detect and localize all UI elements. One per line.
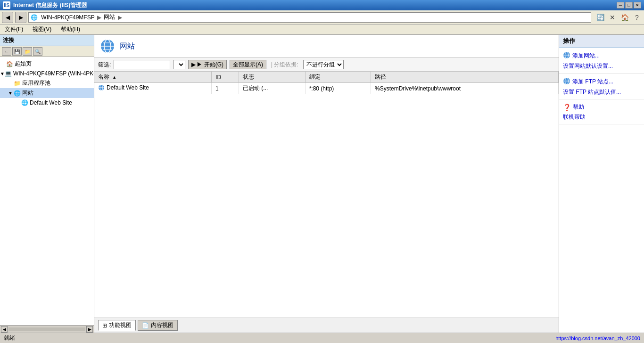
tree-toggle-default xyxy=(15,100,21,106)
home-button[interactable]: 🏠 xyxy=(619,12,630,23)
tree-label-sites: 网站 xyxy=(22,89,33,97)
tree-toggle-server[interactable]: ▼ xyxy=(0,71,5,76)
tree-item-apppool[interactable]: 📁应用程序池 xyxy=(0,78,94,88)
scroll-right[interactable]: ▶ xyxy=(86,326,93,333)
window-title: Internet 信息服务 (IIS)管理器 xyxy=(13,1,617,9)
content-title-icon xyxy=(100,39,115,54)
sort-arrow-name: ▲ xyxy=(112,75,116,80)
tab-content-view[interactable]: 📄 内容视图 xyxy=(138,320,178,331)
left-tool-save[interactable]: 💾 xyxy=(12,47,22,56)
help-button[interactable]: ❓ 帮助 xyxy=(563,102,640,112)
sites-table-container: 名称 ▲ ID 状态 绑定 路径 xyxy=(94,72,559,318)
filter-bar: 筛选: ▶ ▶ 开始(G) 全部显示(A) | 分组依据: 不进行分组 xyxy=(94,58,559,72)
cell-name: Default Web Site xyxy=(94,83,212,94)
addr-icon: 🌐 xyxy=(31,14,38,21)
tree-toggle-start xyxy=(0,61,6,66)
site-defaults-button[interactable]: 设置网站默认设置... xyxy=(563,61,640,71)
help-icon: ❓ xyxy=(563,104,571,111)
bottom-tabs: ⊞ 功能视图 📄 内容视图 xyxy=(94,318,559,333)
content-title: 网站 xyxy=(120,41,135,51)
filter-dropdown[interactable] xyxy=(173,60,185,69)
content-view-icon: 📄 xyxy=(142,322,149,329)
add-ftp-icon xyxy=(563,77,570,86)
tree-icon-apppool: 📁 xyxy=(13,80,21,87)
status-bar: 就绪 https://blog.csdn.net/avan_zh_42000 xyxy=(0,333,644,343)
left-tool-back[interactable]: ← xyxy=(2,47,11,56)
tree-label-start: 起始页 xyxy=(15,60,32,68)
cell-id: 1 xyxy=(212,83,239,94)
cell-path: %SystemDrive%\inetpub\wwwroot xyxy=(371,83,558,94)
col-binding[interactable]: 绑定 xyxy=(305,72,371,83)
col-name[interactable]: 名称 ▲ xyxy=(94,72,212,83)
left-tool-search[interactable]: 🔍 xyxy=(33,47,42,56)
left-scroll-bar: ◀ ▶ xyxy=(0,325,94,333)
tree-item-default[interactable]: 🌐Default Web Site xyxy=(0,98,94,107)
tree-icon-server: 💻 xyxy=(5,70,12,77)
action-section-help: ❓ 帮助 联机帮助 xyxy=(559,99,644,124)
add-site-button[interactable]: 添加网站... xyxy=(563,50,640,61)
content-header: 网站 xyxy=(94,35,559,58)
tree-icon-start: 🏠 xyxy=(6,60,13,68)
tree-item-start[interactable]: 🏠起始页 xyxy=(0,59,94,69)
tree-item-server[interactable]: ▼💻WIN-4PKQF49MFSP (WIN-4PKQF xyxy=(0,69,94,78)
col-id[interactable]: ID xyxy=(212,72,239,83)
tree-icon-default: 🌐 xyxy=(21,99,28,106)
forward-button[interactable]: ▶ xyxy=(15,12,26,23)
menu-help[interactable]: 帮助(H) xyxy=(59,24,82,34)
table-header-row: 名称 ▲ ID 状态 绑定 路径 xyxy=(94,72,559,83)
sites-table: 名称 ▲ ID 状态 绑定 路径 xyxy=(94,72,559,94)
tree-item-sites[interactable]: ▼🌐网站 xyxy=(0,88,94,98)
add-ftp-button[interactable]: 添加 FTP 站点... xyxy=(563,76,640,87)
tab-function-view[interactable]: ⊞ 功能视图 xyxy=(98,320,136,331)
add-site-icon xyxy=(563,51,570,60)
addr-sep2: ▶ xyxy=(96,14,103,21)
address-box: 🌐 WIN-4PKQF49MFSP ▶ 网站 ▶ xyxy=(28,12,591,23)
status-left: 就绪 xyxy=(4,334,15,342)
addr-path-server: WIN-4PKQF49MFSP xyxy=(41,14,94,21)
addr-right-buttons: 🔄 ✕ 🏠 ? xyxy=(595,12,642,23)
show-all-button[interactable]: 全部显示(A) xyxy=(230,60,266,69)
scroll-left[interactable]: ◀ xyxy=(1,326,8,333)
menu-bar: 文件(F) 视图(V) 帮助(H) xyxy=(0,24,644,35)
sites-table-body: Default Web Site 1 已启动 (... *:80 (http) … xyxy=(94,83,559,94)
table-row[interactable]: Default Web Site 1 已启动 (... *:80 (http) … xyxy=(94,83,559,94)
site-row-icon: Default Web Site xyxy=(98,84,149,91)
close-button[interactable]: × xyxy=(634,2,641,8)
function-view-icon: ⊞ xyxy=(102,322,107,329)
menu-file[interactable]: 文件(F) xyxy=(3,24,25,34)
menu-view[interactable]: 视图(V) xyxy=(31,24,53,34)
main-layout: 连接 ← 💾 📁 🔍 🏠起始页▼💻WIN-4PKQF49MFSP (WIN-4P… xyxy=(0,35,644,333)
cell-status: 已启动 (... xyxy=(239,83,305,94)
tree-label-default: Default Web Site xyxy=(30,99,72,106)
col-status[interactable]: 状态 xyxy=(239,72,305,83)
address-bar: ◀ ▶ 🌐 WIN-4PKQF49MFSP ▶ 网站 ▶ 🔄 ✕ 🏠 ? xyxy=(0,10,644,24)
filter-sep: | 分组依据: xyxy=(271,61,298,69)
tree-toggle-apppool xyxy=(8,81,13,86)
stop-button[interactable]: ✕ xyxy=(607,12,618,23)
status-url: https://blog.csdn.net/avan_zh_42000 xyxy=(555,335,640,341)
back-button[interactable]: ◀ xyxy=(2,12,13,23)
ftp-defaults-button[interactable]: 设置 FTP 站点默认值... xyxy=(563,87,640,97)
window-controls: ─ □ × xyxy=(617,2,641,8)
addr-path-sites: 网站 xyxy=(104,13,115,21)
action-section-ftp: 添加 FTP 站点... 设置 FTP 站点默认值... xyxy=(559,74,644,99)
left-tool-folder[interactable]: 📁 xyxy=(23,47,32,56)
start-icon: ▶ xyxy=(191,61,196,68)
maximize-button[interactable]: □ xyxy=(625,2,633,8)
left-panel: 连接 ← 💾 📁 🔍 🏠起始页▼💻WIN-4PKQF49MFSP (WIN-4P… xyxy=(0,35,94,333)
scroll-track[interactable] xyxy=(8,327,85,331)
start-button[interactable]: ▶ ▶ 开始(G) xyxy=(188,60,227,69)
filter-input[interactable] xyxy=(114,60,170,69)
addr-sep3: ▶ xyxy=(116,14,122,21)
online-help-button[interactable]: 联机帮助 xyxy=(563,112,640,122)
filter-label: 筛选: xyxy=(98,61,111,69)
action-section-sites: 添加网站... 设置网站默认设置... xyxy=(559,48,644,74)
refresh-button[interactable]: 🔄 xyxy=(595,12,605,23)
minimize-button[interactable]: ─ xyxy=(617,2,624,8)
col-path[interactable]: 路径 xyxy=(371,72,558,83)
title-bar: IIS Internet 信息服务 (IIS)管理器 ─ □ × xyxy=(0,0,644,10)
connection-header: 连接 xyxy=(0,35,94,46)
tree-toggle-sites[interactable]: ▼ xyxy=(8,90,13,96)
help-button[interactable]: ? xyxy=(632,12,642,23)
group-dropdown[interactable]: 不进行分组 xyxy=(303,60,344,69)
